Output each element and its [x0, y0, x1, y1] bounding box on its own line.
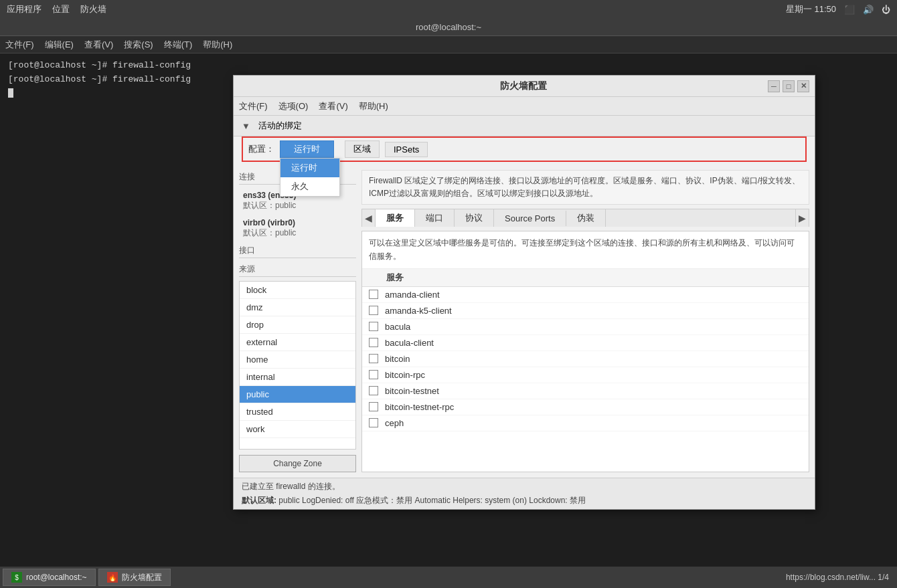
config-dropdown-trigger[interactable]: 运行时 [280, 140, 334, 158]
zone-external[interactable]: external [240, 334, 355, 351]
status-bar-2: 默认区域: public LogDenied: off 应急模式：禁用 Auto… [234, 495, 815, 509]
tab-services[interactable]: 服务 [376, 209, 415, 227]
status-lockdown: Lockdown: 禁用 [529, 496, 586, 505]
connection-virbr0[interactable]: virbr0 (virbr0) 默认区：public [239, 216, 356, 241]
dialog-maximize-btn[interactable]: □ [783, 80, 795, 92]
services-panel: 可以在这里定义区域中哪些服务是可信的。可连接至绑定到这个区域的连接、接口和源的所… [361, 231, 809, 472]
dialog-menu-file[interactable]: 文件(F) [239, 100, 268, 112]
status-default-zone-label: 默认区域: [242, 496, 276, 505]
checkbox-bitcoin-testnet-rpc[interactable] [369, 402, 378, 411]
checkbox-bitcoin-testnet[interactable] [369, 386, 378, 395]
zone-home[interactable]: home [240, 351, 355, 369]
taskbar-terminal[interactable]: $ root@localhost:~ [3, 569, 96, 586]
right-panel: FirewallD 区域定义了绑定的网络连接、接口以及源地址的可信程度。区域是服… [361, 170, 809, 472]
firewall-menu[interactable]: 防火墙 [80, 3, 106, 15]
service-name-ceph: ceph [385, 418, 404, 428]
service-bitcoin-rpc[interactable]: bitcoin-rpc [362, 367, 809, 383]
service-bacula-client[interactable]: bacula-client [362, 335, 809, 351]
tab-source-ports[interactable]: Source Ports [494, 211, 566, 226]
terminal-menu-view[interactable]: 查看(V) [84, 39, 113, 51]
checkbox-bacula-client[interactable] [369, 338, 378, 347]
zone-trusted[interactable]: trusted [240, 403, 355, 421]
clock: 星期一 11:50 [786, 3, 836, 15]
zone-block[interactable]: block [240, 282, 355, 299]
firewall-taskbar-icon: 🔥 [107, 572, 118, 583]
taskbar-firewall[interactable]: 🔥 防火墙配置 [98, 569, 171, 586]
zones-tab-btn[interactable]: 区域 [345, 140, 380, 158]
zone-work[interactable]: work [240, 421, 355, 438]
dialog-menubar[interactable]: 文件(F) 选项(O) 查看(V) 帮助(H) [234, 97, 815, 116]
zone-dmz[interactable]: dmz [240, 299, 355, 316]
taskbar-firewall-label: 防火墙配置 [122, 572, 162, 583]
services-table-header: 服务 [362, 269, 809, 287]
checkbox-bitcoin[interactable] [369, 354, 378, 363]
dialog-menu-options[interactable]: 选项(O) [278, 100, 309, 112]
tab-protocols[interactable]: 协议 [455, 209, 494, 227]
status-bar: 已建立至 firewalld 的连接。 [234, 478, 815, 495]
status-connection: 已建立至 firewalld 的连接。 [242, 482, 340, 491]
service-bacula[interactable]: bacula [362, 319, 809, 335]
status-log-denied: LogDenied: off [302, 496, 354, 505]
service-amanda-client[interactable]: amanda-client [362, 287, 809, 303]
service-amanda-k5-client[interactable]: amanda-k5-client [362, 303, 809, 319]
service-bitcoin[interactable]: bitcoin [362, 351, 809, 367]
terminal-menu-edit[interactable]: 编辑(E) [45, 39, 74, 51]
checkbox-bitcoin-rpc[interactable] [369, 370, 378, 379]
left-panel: 连接 ens33 (ens33) 默认区：public virbr0 (virb… [239, 170, 356, 472]
service-bitcoin-testnet-rpc[interactable]: bitcoin-testnet-rpc [362, 399, 809, 415]
zone-drop[interactable]: drop [240, 316, 355, 334]
change-zone-button[interactable]: Change Zone [239, 455, 356, 472]
dialog-menu-help[interactable]: 帮助(H) [359, 100, 388, 112]
services-list[interactable]: amanda-client amanda-k5-client bacula [362, 287, 809, 472]
terminal-menu-help[interactable]: 帮助(H) [203, 39, 232, 51]
collapse-icon[interactable]: ▼ [242, 121, 250, 131]
ipsets-tab-btn[interactable]: IPSets [385, 142, 428, 157]
status-emergency: 应急模式：禁用 [356, 496, 412, 505]
tab-bar: ◀ 服务 端口 协议 Source Ports 伪装 ▶ [361, 209, 809, 227]
terminal-menubar[interactable]: 文件(F) 编辑(E) 查看(V) 搜索(S) 终端(T) 帮助(H) [0, 36, 897, 54]
dialog-close-btn[interactable]: ✕ [797, 80, 809, 92]
power-icon: ⏻ [882, 5, 890, 15]
service-name-amanda-k5-client: amanda-k5-client [385, 306, 452, 316]
config-dropdown-menu[interactable]: 运行时 永久 [280, 158, 340, 197]
service-bitcoin-testnet[interactable]: bitcoin-testnet [362, 383, 809, 399]
desktop-topbar: 应用程序 位置 防火墙 星期一 11:50 ⬛ 🔊 ⏻ [0, 0, 897, 19]
checkbox-ceph[interactable] [369, 418, 378, 427]
service-name-bitcoin-testnet-rpc: bitcoin-testnet-rpc [385, 402, 454, 412]
terminal-line-1: [root@localhost ~]# firewall-config [8, 59, 889, 73]
terminal-menu-file[interactable]: 文件(F) [5, 39, 34, 51]
interface-section-header: 接口 [239, 243, 356, 258]
service-name-bacula-client: bacula-client [385, 338, 434, 348]
zone-public[interactable]: public [240, 386, 355, 403]
service-ceph[interactable]: ceph [362, 415, 809, 431]
zone-list[interactable]: block dmz drop external home internal pu… [239, 281, 356, 450]
config-option-permanent[interactable]: 永久 [280, 177, 339, 196]
zone-internal[interactable]: internal [240, 369, 355, 386]
config-outlined-box: 配置： 运行时 运行时 永久 区域 IPSets [242, 136, 807, 162]
config-option-runtime[interactable]: 运行时 [280, 159, 339, 177]
dialog-minimize-btn[interactable]: ─ [768, 80, 780, 92]
taskbar-url: https://blog.csdn.net/liw... 1/4 [786, 573, 894, 582]
service-name-amanda-client: amanda-client [385, 290, 440, 300]
tab-ports[interactable]: 端口 [415, 209, 455, 227]
dialog-title: 防火墙配置 [279, 80, 768, 92]
dialog-menu-view[interactable]: 查看(V) [319, 100, 347, 112]
apps-menu[interactable]: 应用程序 [7, 3, 42, 15]
checkbox-amanda-client[interactable] [369, 290, 378, 299]
config-dropdown-container[interactable]: 运行时 运行时 永久 [280, 140, 334, 158]
services-desc: 可以在这里定义区域中哪些服务是可信的。可连接至绑定到这个区域的连接、接口和源的所… [362, 231, 809, 268]
config-label: 配置： [248, 143, 274, 155]
tab-right-nav[interactable]: ▶ [795, 209, 809, 227]
tab-left-nav[interactable]: ◀ [362, 209, 376, 227]
location-menu[interactable]: 位置 [52, 3, 70, 15]
terminal-menu-search[interactable]: 搜索(S) [124, 39, 153, 51]
terminal-menu-terminal[interactable]: 终端(T) [164, 39, 193, 51]
service-name-bacula: bacula [385, 322, 410, 332]
checkbox-bacula[interactable] [369, 322, 378, 331]
taskbar-terminal-label: root@localhost:~ [26, 573, 87, 582]
firewall-dialog: 防火墙配置 ─ □ ✕ 文件(F) 选项(O) 查看(V) 帮助(H) ▼ 活动… [233, 75, 815, 510]
tab-masquerade[interactable]: 伪装 [566, 209, 606, 227]
network-icon: ⬛ [844, 5, 855, 15]
checkbox-amanda-k5-client[interactable] [369, 306, 378, 315]
dialog-body: ▼ 活动的绑定 配置： 运行时 运行时 永久 区域 IPSets [234, 116, 815, 509]
